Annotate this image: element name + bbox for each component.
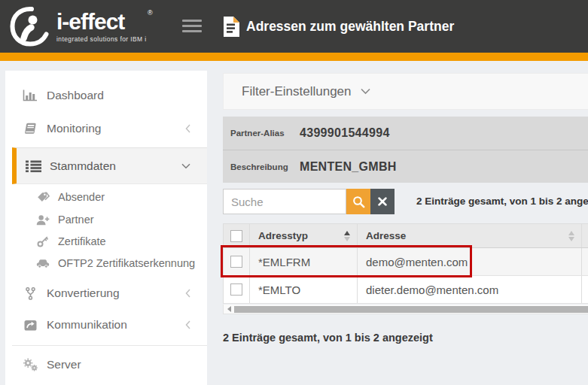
sidebar-item-label: Zertifikate [58, 235, 106, 247]
key-icon [36, 235, 50, 247]
addresses-table: Adresstyp Adresse *EMLFRM demo@menten.co… [223, 223, 588, 304]
sidebar-item-label: Partner [58, 214, 94, 226]
code-fork-icon [21, 287, 39, 300]
row-select-cell [224, 248, 250, 275]
sidebar-item-monitoring[interactable]: Monitoring [5, 117, 207, 140]
filter-settings-toggle[interactable]: Filter-Einstellungen [223, 73, 588, 110]
results-summary-bottom: 2 Einträge gesamt, von 1 bis 2 angezeigt [223, 332, 433, 344]
car-icon [36, 258, 50, 268]
partner-alias-value: 4399901544994 [300, 126, 390, 140]
bar-chart-icon [21, 89, 39, 102]
select-all-checkbox[interactable] [230, 230, 242, 242]
row-select-cell [224, 276, 250, 303]
chevron-left-icon [185, 320, 190, 329]
sidebar-item-label: Monitoring [47, 122, 101, 135]
accent-bar [0, 53, 588, 61]
clear-search-button[interactable] [370, 189, 395, 214]
adresse-cell: dieter.demo@menten.com [358, 276, 582, 303]
column-label: Adresstyp [258, 230, 308, 241]
list-icon [24, 160, 42, 172]
column-header-extra [582, 224, 588, 247]
beschreibung-value: MENTEN_GMBH [300, 160, 397, 174]
sidebar-item-dashboard[interactable]: Dashboard [5, 84, 207, 107]
partner-info-panel: Partner-Alias 4399901544994 Beschreibung… [223, 117, 588, 183]
hamburger-menu-icon[interactable] [182, 20, 202, 33]
partner-alias-label: Partner-Alias [230, 129, 300, 138]
sidebar-item-konvertierung[interactable]: Konvertierung [5, 282, 207, 305]
column-label: Adresse [366, 230, 406, 241]
i-effect-logo[interactable]: i-effect ® integrated solutions for IBM … [9, 5, 154, 47]
table-header-row: Adresstyp Adresse [224, 224, 588, 248]
sidebar-item-partner[interactable]: Partner [5, 209, 207, 230]
table-row[interactable]: *EMLFRM demo@menten.com [224, 248, 588, 276]
registered-mark: ® [148, 9, 153, 17]
chevron-left-icon [185, 289, 190, 298]
sidebar-item-label: Kommunikation [47, 318, 127, 332]
sidebar-item-label: OFTP2 Zertifikatserkennung [58, 257, 195, 269]
chevron-left-icon [185, 124, 190, 133]
results-summary-top: 2 Einträge gesamt, von 1 bis 2 angezeigt [416, 196, 588, 207]
adresse-cell: demo@menten.com [358, 248, 582, 275]
sidebar-item-server[interactable]: Server [5, 353, 207, 376]
extra-cell [582, 248, 588, 275]
sort-icon [568, 231, 574, 241]
column-header-adresstyp[interactable]: Adresstyp [250, 224, 358, 247]
beschreibung-label: Beschreibung [230, 162, 300, 171]
close-icon [378, 197, 387, 206]
sidebar-item-stammdaten[interactable]: Stammdaten [12, 147, 207, 184]
gears-icon [21, 358, 39, 371]
column-header-adresse[interactable]: Adresse [358, 224, 582, 247]
tags-icon [36, 192, 50, 203]
share-icon [21, 320, 39, 331]
sidebar-divider [12, 345, 207, 346]
sidebar-item-label: Server [47, 358, 81, 371]
sidebar-item-label: Stammdaten [50, 159, 116, 173]
row-checkbox[interactable] [230, 283, 242, 296]
search-input[interactable] [223, 189, 346, 214]
extra-cell [582, 276, 588, 303]
page-title: Adressen zum gewählten Partner [246, 0, 454, 53]
app-window: i-effect ® integrated solutions for IBM … [0, 0, 588, 385]
document-icon [223, 16, 240, 38]
partner-alias-row: Partner-Alias 4399901544994 [223, 117, 588, 150]
sidebar-item-label: Absender [58, 191, 105, 203]
adresstyp-cell: *EMLTO [250, 276, 358, 303]
chevron-down-icon [361, 88, 370, 95]
logo-text: i-effect ® integrated solutions for IBM … [56, 11, 154, 43]
sidebar-item-zertifikate[interactable]: Zertifikate [5, 231, 207, 252]
brand-name: i-effect [56, 11, 147, 33]
user-plus-icon [36, 214, 50, 226]
row-checkbox[interactable] [230, 256, 242, 268]
sidebar-item-absender[interactable]: Absender [5, 186, 207, 208]
brand-tagline: integrated solutions for IBM i [56, 35, 147, 43]
app-header: i-effect ® integrated solutions for IBM … [0, 0, 588, 53]
search-icon [352, 196, 365, 208]
adresstyp-cell: *EMLFRM [250, 248, 358, 275]
i-effect-logo-mark [9, 5, 50, 47]
sidebar-item-label: Dashboard [47, 89, 104, 102]
sidebar-item-oftp2-zertifikatserkennung[interactable]: OFTP2 Zertifikatserkennung [5, 253, 207, 274]
table-row[interactable]: *EMLTO dieter.demo@menten.com [224, 276, 588, 304]
table-header-select-cell [224, 224, 250, 247]
scrollbar-left-arrow-icon[interactable] [224, 306, 234, 312]
sidebar-item-label: Konvertierung [47, 286, 120, 300]
chevron-down-icon [181, 163, 190, 169]
horizontal-scrollbar[interactable] [223, 305, 588, 314]
scrollbar-thumb[interactable] [234, 306, 588, 313]
filter-settings-label: Filter-Einstellungen [242, 84, 352, 99]
sidebar: Dashboard Monitoring [5, 71, 207, 385]
sort-asc-icon [344, 231, 350, 241]
beschreibung-row: Beschreibung MENTEN_GMBH [223, 150, 588, 183]
sidebar-item-kommunikation[interactable]: Kommunikation [5, 314, 207, 336]
book-icon [21, 123, 39, 135]
search-button[interactable] [346, 189, 370, 214]
